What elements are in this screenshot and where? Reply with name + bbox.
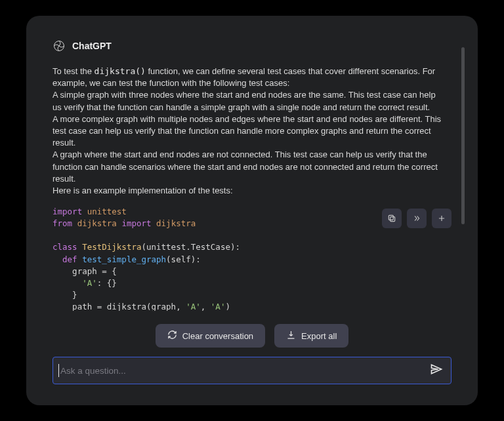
refresh-icon — [167, 330, 177, 342]
code-toolbar — [382, 209, 452, 228]
text: A graph where the start and end nodes ar… — [52, 150, 438, 183]
app-window: ChatGPT To test the dijkstra() function,… — [26, 16, 478, 405]
download-icon — [286, 330, 296, 342]
app-title: ChatGPT — [72, 41, 112, 51]
action-bar: Clear conversation Export all — [52, 317, 452, 357]
text: Here is an example implementation of the… — [52, 186, 233, 195]
clear-conversation-button[interactable]: Clear conversation — [156, 324, 265, 348]
text: A simple graph with three nodes where th… — [52, 90, 436, 111]
prompt-input-row[interactable] — [52, 357, 452, 384]
message-content: To test the dijkstra() function, we can … — [52, 66, 452, 311]
header: ChatGPT — [52, 39, 452, 52]
response-text: To test the dijkstra() function, we can … — [52, 66, 452, 197]
export-all-button[interactable]: Export all — [274, 324, 348, 348]
button-label: Export all — [301, 331, 337, 341]
copy-code-button[interactable] — [382, 209, 402, 228]
svg-rect-2 — [388, 215, 393, 220]
prompt-input[interactable] — [60, 366, 430, 376]
text: A more complex graph with multiple nodes… — [52, 114, 441, 148]
expand-code-button[interactable] — [407, 209, 427, 228]
text: To test the — [52, 66, 94, 76]
chatgpt-logo-icon — [52, 39, 66, 52]
button-label: Clear conversation — [182, 331, 253, 341]
text-caret — [58, 364, 59, 377]
inline-code: dijkstra() — [94, 66, 146, 76]
code-block: import unittest from dijkstra import dij… — [52, 206, 452, 311]
send-icon[interactable] — [430, 363, 443, 378]
add-code-button[interactable] — [432, 209, 452, 228]
scrollbar[interactable] — [461, 47, 465, 224]
svg-rect-1 — [390, 217, 395, 222]
